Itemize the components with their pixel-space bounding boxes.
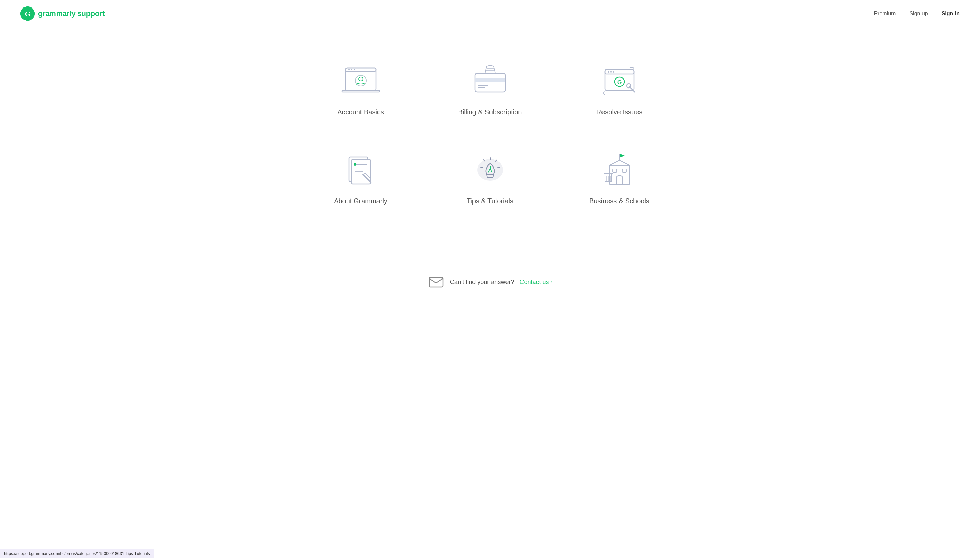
chevron-right-icon: ›: [551, 279, 552, 285]
business-icon: [597, 150, 642, 187]
svg-text:G: G: [617, 79, 621, 85]
svg-point-19: [610, 71, 612, 72]
resolve-icon: G: [597, 61, 642, 99]
tips-icon: [468, 150, 512, 187]
status-url: https://support.grammarly.com/hc/en-us/c…: [4, 551, 150, 556]
category-about[interactable]: About Grammarly: [303, 136, 419, 218]
category-account-basics[interactable]: Account Basics: [303, 48, 419, 130]
business-label: Business & Schools: [589, 197, 649, 205]
logo-grammarly: grammarly: [38, 9, 75, 18]
svg-point-24: [627, 84, 631, 88]
svg-rect-42: [613, 169, 617, 172]
svg-text:G: G: [25, 10, 30, 18]
category-tips[interactable]: Tips & Tutorials: [432, 136, 548, 218]
svg-point-30: [354, 163, 356, 166]
resolve-label: Resolve Issues: [597, 108, 642, 116]
svg-point-4: [348, 69, 349, 71]
logo-icon: G: [20, 7, 35, 21]
logo-name: grammarly support: [38, 9, 105, 18]
footer-divider: [20, 253, 960, 253]
main-content: Account Basics Billing & Subscriptio: [269, 27, 711, 246]
logo-support: support: [78, 9, 105, 18]
account-basics-icon: [339, 61, 383, 99]
signin-link[interactable]: Sign in: [942, 11, 960, 17]
logo-area[interactable]: G grammarly support: [20, 7, 105, 21]
category-billing[interactable]: Billing & Subscription: [432, 48, 548, 130]
mail-icon: [428, 273, 444, 290]
svg-rect-3: [346, 68, 376, 72]
category-business[interactable]: Business & Schools: [562, 136, 677, 218]
category-resolve[interactable]: G Resolve Issues: [562, 48, 677, 130]
svg-rect-11: [475, 78, 505, 82]
about-icon: [339, 150, 383, 187]
cant-find-text: Can't find your answer?: [450, 279, 515, 286]
svg-rect-43: [622, 169, 626, 172]
svg-rect-17: [605, 70, 634, 74]
svg-rect-26: [352, 159, 370, 184]
tips-label: Tips & Tutorials: [467, 197, 513, 205]
svg-point-6: [354, 69, 355, 71]
svg-rect-9: [342, 90, 380, 92]
main-nav: Premium Sign up Sign in: [874, 11, 960, 17]
categories-grid: Account Basics Billing & Subscriptio: [303, 48, 677, 218]
premium-link[interactable]: Premium: [874, 11, 896, 17]
svg-rect-41: [609, 166, 630, 184]
footer-contact: Can't find your answer? Contact us ›: [0, 260, 980, 304]
billing-icon: [468, 61, 512, 99]
svg-point-20: [613, 71, 615, 72]
signup-link[interactable]: Sign up: [909, 11, 928, 17]
contact-us-link[interactable]: Contact us ›: [519, 279, 552, 286]
account-basics-label: Account Basics: [338, 108, 384, 116]
contact-us-label: Contact us: [519, 279, 549, 286]
svg-rect-10: [475, 73, 505, 92]
svg-rect-49: [429, 277, 443, 287]
about-label: About Grammarly: [334, 197, 387, 205]
svg-point-5: [351, 69, 352, 71]
billing-label: Billing & Subscription: [458, 108, 522, 116]
svg-point-8: [359, 77, 363, 81]
status-bar: https://support.grammarly.com/hc/en-us/c…: [0, 549, 154, 558]
svg-point-18: [608, 71, 609, 72]
site-header: G grammarly support Premium Sign up Sign…: [0, 0, 980, 27]
